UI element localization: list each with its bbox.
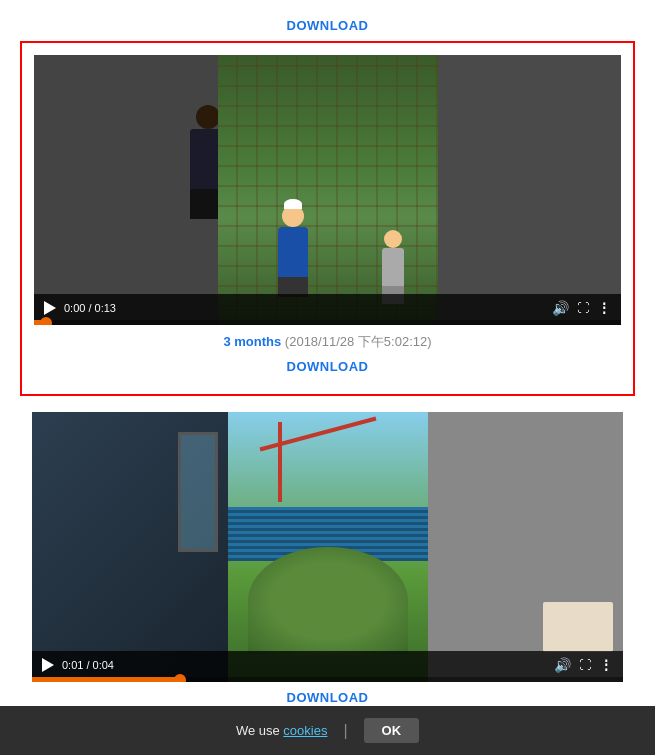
controls-row-1: 0:00 / 0:13 🔊 ⛶ ⋮ xyxy=(34,294,621,320)
volume-icon-1[interactable]: 🔊 xyxy=(552,300,569,316)
download-link-top[interactable]: DOWNLOAD xyxy=(20,18,635,33)
progress-row-1[interactable] xyxy=(34,320,621,325)
stadium-panel xyxy=(228,412,428,682)
left-dark-panel xyxy=(32,412,228,682)
video-controls-2: 0:01 / 0:04 🔊 ⛶ ⋮ xyxy=(32,651,623,682)
meta-date: (2018/11/28 下午5:02:12) xyxy=(285,334,432,349)
cookie-text: We use cookies xyxy=(236,723,328,738)
play-button-2[interactable] xyxy=(42,658,54,672)
page-container: DOWNLOAD xyxy=(0,0,655,731)
person-head xyxy=(196,105,220,129)
video-controls-1: 0:00 / 0:13 🔊 ⛶ ⋮ xyxy=(34,294,621,325)
crane-vertical xyxy=(278,422,282,502)
video-scene-2 xyxy=(32,412,623,682)
person-blue-shirt xyxy=(273,205,313,295)
video-player-2: 0:01 / 0:04 🔊 ⛶ ⋮ xyxy=(32,412,623,682)
fullscreen-icon-1[interactable]: ⛶ xyxy=(577,301,589,315)
cookie-link[interactable]: cookies xyxy=(283,723,327,738)
cookie-divider: | xyxy=(343,722,347,740)
controls-row-2: 0:01 / 0:04 🔊 ⛶ ⋮ xyxy=(32,651,623,677)
desk-area xyxy=(543,602,613,652)
video-scene-1 xyxy=(34,55,621,325)
video-metadata-1: 3 months (2018/11/28 下午5:02:12) xyxy=(34,333,621,351)
download-link-bot[interactable]: DOWNLOAD xyxy=(32,690,623,705)
cookie-ok-button[interactable]: OK xyxy=(364,718,420,743)
batting-cage xyxy=(218,55,438,325)
volume-icon-2[interactable]: 🔊 xyxy=(554,657,571,673)
stadium-field xyxy=(248,547,408,655)
fullscreen-icon-2[interactable]: ⛶ xyxy=(579,658,591,672)
cookie-banner: We use cookies | OK xyxy=(0,706,655,755)
scene-right xyxy=(438,55,622,325)
play-icon-1 xyxy=(44,301,56,315)
play-button-1[interactable] xyxy=(44,301,56,315)
gray-head xyxy=(384,230,402,248)
scene-left xyxy=(34,55,218,325)
progress-thumb-2 xyxy=(174,674,186,683)
video-card-2: 0:01 / 0:04 🔊 ⛶ ⋮ DOWNLOAD xyxy=(20,412,635,705)
progress-thumb-1 xyxy=(40,317,52,326)
progress-fill-2 xyxy=(32,677,180,682)
play-icon-2 xyxy=(42,658,54,672)
blue-head xyxy=(282,205,304,227)
window-frame xyxy=(178,432,218,552)
stadium-view xyxy=(228,412,428,682)
meta-months: 3 months xyxy=(223,334,281,349)
blue-body xyxy=(278,227,308,277)
time-display-1: 0:00 / 0:13 xyxy=(64,302,116,314)
gray-body xyxy=(382,248,404,286)
video-player-1: 0:00 / 0:13 🔊 ⛶ ⋮ xyxy=(34,55,621,325)
progress-row-2[interactable] xyxy=(32,677,623,682)
right-dark-panel xyxy=(428,412,624,682)
video-card-1: 0:00 / 0:13 🔊 ⛶ ⋮ 3 months (2018/11/28 下… xyxy=(20,41,635,396)
download-link-mid[interactable]: DOWNLOAD xyxy=(34,359,621,374)
more-icon-2[interactable]: ⋮ xyxy=(599,657,613,673)
time-display-2: 0:01 / 0:04 xyxy=(62,659,114,671)
more-icon-1[interactable]: ⋮ xyxy=(597,300,611,316)
progress-fill-1 xyxy=(34,320,46,325)
